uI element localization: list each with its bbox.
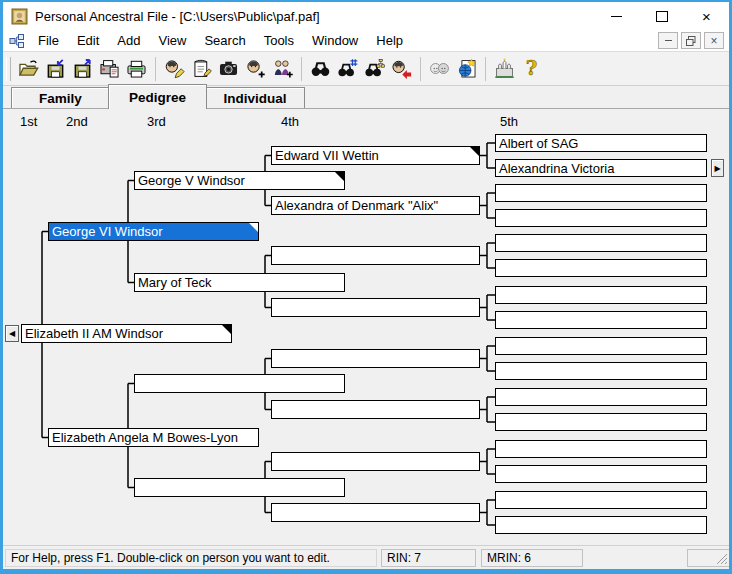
more-ancestors-triangle [222,325,231,334]
person-box-empty[interactable] [495,362,707,380]
person-name: George VI Windsor [49,224,163,239]
person-name: Albert of SAG [496,136,578,151]
person-box-empty[interactable] [495,337,707,355]
person-box[interactable]: Elizabeth II AM Windsor [21,324,232,343]
person-box-empty[interactable] [495,259,707,277]
person-box-empty[interactable] [134,478,345,497]
person-box[interactable]: Alexandrina Victoria [495,159,707,177]
scroll-left-button[interactable]: ◀ [5,325,19,342]
person-name: Edward VII Wettin [272,148,379,163]
person-box-empty[interactable] [495,209,707,227]
person-box-empty[interactable] [271,503,480,522]
person-box-empty[interactable] [271,298,480,317]
person-name: Alexandra of Denmark "Alix" [272,198,438,213]
tab-pedigree[interactable]: Pedigree [108,84,207,109]
person-box-empty[interactable] [495,440,707,458]
person-name: George V Windsor [135,173,245,188]
person-box-empty[interactable] [495,311,707,329]
person-box-empty[interactable] [271,349,480,368]
person-box-empty[interactable] [495,388,707,406]
person-box-empty[interactable] [495,184,707,202]
person-box[interactable]: Edward VII Wettin [271,146,480,165]
person-name: Elizabeth II AM Windsor [22,326,163,341]
person-name: Elizabeth Angela M Bowes-Lyon [49,430,238,445]
person-box-empty[interactable] [271,452,480,471]
person-box-empty[interactable] [495,286,707,304]
person-box-empty[interactable] [495,234,707,252]
person-box[interactable]: Alexandra of Denmark "Alix" [271,196,480,215]
person-box-empty[interactable] [134,374,345,393]
person-box-empty[interactable] [271,400,480,419]
more-ancestors-triangle [335,172,344,181]
person-name: Mary of Teck [135,275,211,290]
person-box[interactable]: Mary of Teck [134,273,345,292]
application-window: { "window": { "title": "Personal Ancestr… [0,0,732,574]
more-ancestors-triangle [249,223,258,232]
scroll-right-button[interactable]: ▶ [711,159,724,177]
person-box-empty[interactable] [495,465,707,483]
person-box-empty[interactable] [271,246,480,265]
person-box[interactable]: George V Windsor [134,171,345,190]
person-box-empty[interactable] [495,516,707,534]
person-box[interactable]: Elizabeth Angela M Bowes-Lyon [48,428,259,447]
person-box-empty[interactable] [495,413,707,431]
more-ancestors-triangle [470,147,479,156]
person-box-empty[interactable] [495,491,707,509]
person-box[interactable]: George VI Windsor [48,222,259,241]
person-box[interactable]: Albert of SAG [495,134,707,152]
person-name: Alexandrina Victoria [496,161,614,176]
